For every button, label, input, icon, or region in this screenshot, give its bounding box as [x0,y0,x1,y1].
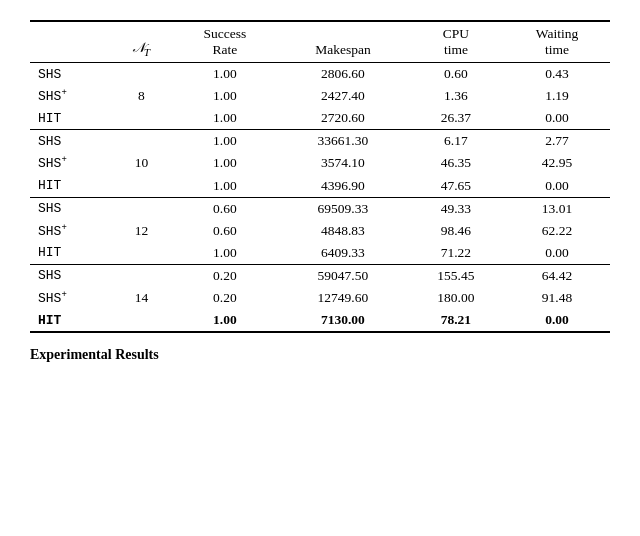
cell-makespan: 69509.33 [278,197,408,220]
cell-cpu-time: 71.22 [408,242,504,265]
cell-algorithm: SHS+ [30,220,111,242]
cell-algorithm: SHS+ [30,85,111,107]
table-row: HIT1.006409.3371.220.00 [30,242,610,265]
cell-nt [111,242,171,265]
cell-success-rate: 1.00 [172,63,279,86]
cell-nt [111,309,171,332]
cell-waiting-time: 0.00 [504,107,610,130]
col-header-success-rate: SuccessRate [172,21,279,63]
cell-nt: 8 [111,85,171,107]
cell-algorithm: SHS [30,130,111,153]
cell-waiting-time: 64.42 [504,264,610,287]
col-header-makespan: Makespan [278,21,408,63]
cell-algorithm: SHS+ [30,287,111,309]
section-title: Experimental Results [30,347,610,363]
table-row: SHS+140.2012749.60180.0091.48 [30,287,610,309]
cell-success-rate: 0.20 [172,264,279,287]
cell-waiting-time: 0.00 [504,175,610,198]
cell-cpu-time: 26.37 [408,107,504,130]
table-row: HIT1.007130.0078.210.00 [30,309,610,332]
cell-algorithm: HIT [30,242,111,265]
col-header-cpu-time: CPUtime [408,21,504,63]
cell-algorithm: SHS+ [30,152,111,174]
cell-waiting-time: 2.77 [504,130,610,153]
cell-makespan: 59047.50 [278,264,408,287]
cell-makespan: 2806.60 [278,63,408,86]
table-row: SHS0.2059047.50155.4564.42 [30,264,610,287]
cell-cpu-time: 1.36 [408,85,504,107]
cell-makespan: 7130.00 [278,309,408,332]
table-row: SHS1.0033661.306.172.77 [30,130,610,153]
cell-cpu-time: 49.33 [408,197,504,220]
cell-makespan: 6409.33 [278,242,408,265]
cell-nt: 12 [111,220,171,242]
results-table: 𝒩T SuccessRate Makespan CPUtime Waitingt… [30,20,610,333]
cell-cpu-time: 0.60 [408,63,504,86]
cell-cpu-time: 47.65 [408,175,504,198]
cell-waiting-time: 91.48 [504,287,610,309]
cell-success-rate: 1.00 [172,85,279,107]
cell-cpu-time: 46.35 [408,152,504,174]
cell-cpu-time: 180.00 [408,287,504,309]
cell-waiting-time: 0.00 [504,309,610,332]
col-header-nt: 𝒩T [111,21,171,63]
table-row: HIT1.002720.6026.370.00 [30,107,610,130]
cell-nt [111,107,171,130]
cell-nt [111,197,171,220]
cell-algorithm: HIT [30,175,111,198]
cell-algorithm: SHS [30,63,111,86]
cell-success-rate: 0.20 [172,287,279,309]
table-row: SHS+81.002427.401.361.19 [30,85,610,107]
cell-nt [111,63,171,86]
cell-success-rate: 0.60 [172,220,279,242]
cell-nt: 14 [111,287,171,309]
cell-success-rate: 1.00 [172,309,279,332]
table-header-row: 𝒩T SuccessRate Makespan CPUtime Waitingt… [30,21,610,63]
table-container: 𝒩T SuccessRate Makespan CPUtime Waitingt… [30,20,610,333]
cell-waiting-time: 13.01 [504,197,610,220]
cell-success-rate: 1.00 [172,107,279,130]
cell-waiting-time: 0.00 [504,242,610,265]
cell-makespan: 3574.10 [278,152,408,174]
cell-makespan: 33661.30 [278,130,408,153]
cell-waiting-time: 1.19 [504,85,610,107]
cell-success-rate: 1.00 [172,130,279,153]
table-row: HIT1.004396.9047.650.00 [30,175,610,198]
cell-success-rate: 0.60 [172,197,279,220]
cell-success-rate: 1.00 [172,152,279,174]
cell-nt: 10 [111,152,171,174]
cell-makespan: 12749.60 [278,287,408,309]
cell-algorithm: SHS [30,197,111,220]
cell-makespan: 4396.90 [278,175,408,198]
cell-algorithm: HIT [30,309,111,332]
cell-makespan: 2427.40 [278,85,408,107]
table-row: SHS+120.604848.8398.4662.22 [30,220,610,242]
cell-waiting-time: 42.95 [504,152,610,174]
cell-success-rate: 1.00 [172,175,279,198]
cell-cpu-time: 78.21 [408,309,504,332]
table-row: SHS0.6069509.3349.3313.01 [30,197,610,220]
cell-cpu-time: 155.45 [408,264,504,287]
cell-waiting-time: 0.43 [504,63,610,86]
table-row: SHS+101.003574.1046.3542.95 [30,152,610,174]
cell-algorithm: HIT [30,107,111,130]
cell-nt [111,130,171,153]
cell-makespan: 2720.60 [278,107,408,130]
cell-waiting-time: 62.22 [504,220,610,242]
cell-nt [111,175,171,198]
cell-cpu-time: 98.46 [408,220,504,242]
cell-makespan: 4848.83 [278,220,408,242]
cell-success-rate: 1.00 [172,242,279,265]
cell-nt [111,264,171,287]
table-row: SHS1.002806.600.600.43 [30,63,610,86]
col-header-waiting-time: Waitingtime [504,21,610,63]
col-header-algorithm [30,21,111,63]
cell-cpu-time: 6.17 [408,130,504,153]
cell-algorithm: SHS [30,264,111,287]
